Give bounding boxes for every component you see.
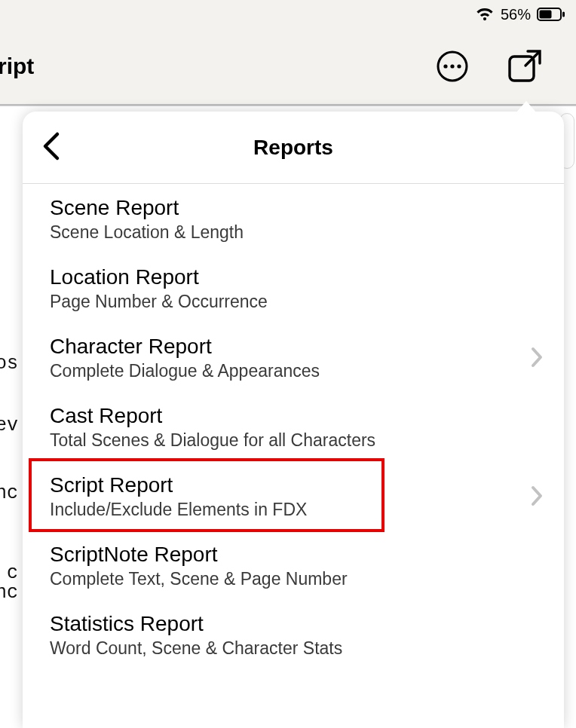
report-item-title: Scene Report <box>50 194 513 221</box>
reports-popover: Reports Scene ReportScene Location & Len… <box>23 112 564 728</box>
chevron-right-icon <box>531 485 543 506</box>
report-item-subtitle: Complete Dialogue & Appearances <box>50 361 513 381</box>
battery-icon <box>537 8 565 21</box>
report-item[interactable]: Character ReportComplete Dialogue & Appe… <box>23 323 564 392</box>
wifi-icon <box>475 7 495 22</box>
report-item[interactable]: Script ReportInclude/Exclude Elements in… <box>23 461 564 531</box>
report-item-title: ScriptNote Report <box>50 541 513 567</box>
svg-point-5 <box>450 64 454 68</box>
report-item-subtitle: Word Count, Scene & Character Stats <box>50 638 513 659</box>
report-item-subtitle: Complete Text, Scene & Page Number <box>50 569 513 589</box>
report-item-title: Cast Report <box>50 402 513 429</box>
svg-point-6 <box>457 64 461 68</box>
report-item[interactable]: Scene ReportScene Location & Length <box>23 184 564 253</box>
report-item[interactable]: Statistics ReportWord Count, Scene & Cha… <box>23 600 564 669</box>
app-header: ript <box>0 29 576 106</box>
document-title-fragment: ript <box>0 54 34 79</box>
background-text-fragment: nc <box>0 482 18 504</box>
report-item-subtitle: Total Scenes & Dialogue for all Characte… <box>50 430 513 451</box>
report-item-title: Character Report <box>50 333 513 359</box>
share-export-button[interactable] <box>505 47 543 85</box>
battery-percent-label: 56% <box>501 6 531 23</box>
reports-list: Scene ReportScene Location & LengthLocat… <box>23 184 564 728</box>
chevron-right-icon <box>531 347 543 368</box>
background-text-fragment: os <box>0 353 18 375</box>
report-item-subtitle: Page Number & Occurrence <box>50 292 513 312</box>
more-menu-button[interactable] <box>436 50 469 83</box>
popover-header: Reports <box>23 112 564 184</box>
back-button[interactable] <box>35 125 66 170</box>
svg-rect-2 <box>562 12 565 17</box>
svg-point-4 <box>443 64 447 68</box>
report-item-title: Script Report <box>50 472 513 498</box>
popover-title: Reports <box>253 136 333 160</box>
report-item-subtitle: Include/Exclude Elements in FDX <box>50 500 513 520</box>
popover-caret <box>516 101 537 113</box>
background-text-fragment: c <box>0 562 18 584</box>
report-item-title: Statistics Report <box>50 610 513 637</box>
report-item[interactable]: Location ReportPage Number & Occurrence <box>23 253 564 323</box>
report-item[interactable]: Cast ReportTotal Scenes & Dialogue for a… <box>23 392 564 461</box>
report-item-title: Location Report <box>50 264 513 290</box>
svg-rect-1 <box>540 11 552 19</box>
background-text-fragment: nc <box>0 582 18 604</box>
report-item[interactable]: ScriptNote ReportComplete Text, Scene & … <box>23 531 564 600</box>
status-bar: 56% <box>0 0 576 29</box>
report-item-subtitle: Scene Location & Length <box>50 222 513 243</box>
background-text-fragment: ev <box>0 414 18 436</box>
